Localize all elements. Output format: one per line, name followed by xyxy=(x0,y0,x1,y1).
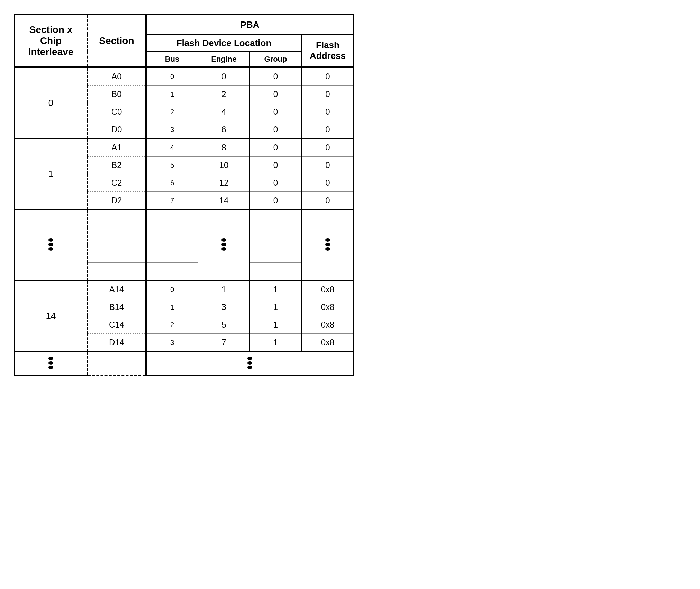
group-cell: 0 xyxy=(250,139,302,157)
group-cell: 0 xyxy=(250,157,302,174)
bus-cell: 3 xyxy=(146,121,198,139)
engine-cell: 5 xyxy=(198,316,250,334)
section-cell: A0 xyxy=(87,67,146,86)
bus-cell: 2 xyxy=(146,103,198,121)
group-cell: 1 xyxy=(250,298,302,316)
bus-cell: 7 xyxy=(146,192,198,210)
section-cell: B14 xyxy=(87,298,146,316)
ellipsis-icon xyxy=(146,351,354,376)
engine-cell: 3 xyxy=(198,298,250,316)
section-cell: D2 xyxy=(87,192,146,210)
addr-cell: 0 xyxy=(302,139,354,157)
group-cell: 0 xyxy=(250,192,302,210)
engine-cell: 7 xyxy=(198,334,250,352)
interleave-cell: 0 xyxy=(15,67,87,139)
addr-cell: 0x8 xyxy=(302,298,354,316)
group-cell: 0 xyxy=(250,67,302,86)
section-cell: B2 xyxy=(87,157,146,174)
engine-cell: 10 xyxy=(198,157,250,174)
bus-cell: 3 xyxy=(146,334,198,352)
group-cell: 0 xyxy=(250,86,302,103)
table-row: 14 A14 0 1 1 0x8 xyxy=(15,280,354,298)
section-cell: C14 xyxy=(87,316,146,334)
group-cell: 0 xyxy=(250,121,302,139)
bus-cell: 2 xyxy=(146,316,198,334)
section-cell: C0 xyxy=(87,103,146,121)
addr-cell: 0 xyxy=(302,157,354,174)
engine-cell: 6 xyxy=(198,121,250,139)
hdr-flash-device-location: Flash Device Location xyxy=(146,34,302,52)
engine-cell: 0 xyxy=(198,67,250,86)
ellipsis-icon xyxy=(15,351,87,376)
bus-cell: 6 xyxy=(146,174,198,192)
table-row: 1 A1 4 8 0 0 xyxy=(15,139,354,157)
engine-cell: 8 xyxy=(198,139,250,157)
hdr-flash-address: Flash Address xyxy=(302,34,354,67)
ellipsis-row xyxy=(15,351,354,376)
addr-cell: 0x8 xyxy=(302,334,354,352)
interleave-cell: 1 xyxy=(15,139,87,209)
hdr-group: Group xyxy=(250,52,302,67)
engine-cell: 2 xyxy=(198,86,250,103)
hdr-engine: Engine xyxy=(198,52,250,67)
hdr-bus: Bus xyxy=(146,52,198,67)
ellipsis-row xyxy=(15,209,354,227)
hdr-interleave: Section x Chip Interleave xyxy=(15,15,87,67)
addr-cell: 0x8 xyxy=(302,280,354,298)
ellipsis-icon xyxy=(15,209,87,280)
hdr-section: Section xyxy=(87,15,146,67)
group-cell: 1 xyxy=(250,280,302,298)
addr-cell: 0 xyxy=(302,67,354,86)
group-cell: 0 xyxy=(250,103,302,121)
bus-cell: 0 xyxy=(146,67,198,86)
bus-cell: 1 xyxy=(146,86,198,103)
group-cell: 1 xyxy=(250,334,302,352)
section-cell: A1 xyxy=(87,139,146,157)
ellipsis-icon xyxy=(302,209,354,280)
addr-cell: 0 xyxy=(302,192,354,210)
group-cell: 0 xyxy=(250,174,302,192)
section-cell: B0 xyxy=(87,86,146,103)
hdr-pba: PBA xyxy=(146,15,354,34)
section-cell: C2 xyxy=(87,174,146,192)
addr-cell: 0 xyxy=(302,103,354,121)
table-row: 0 A0 0 0 0 0 xyxy=(15,67,354,86)
section-cell: D0 xyxy=(87,121,146,139)
section-cell: D14 xyxy=(87,334,146,352)
pba-mapping-table: Section x Chip Interleave Section PBA Fl… xyxy=(14,14,354,376)
engine-cell: 14 xyxy=(198,192,250,210)
bus-cell: 5 xyxy=(146,157,198,174)
engine-cell: 12 xyxy=(198,174,250,192)
bus-cell: 1 xyxy=(146,298,198,316)
engine-cell: 1 xyxy=(198,280,250,298)
addr-cell: 0 xyxy=(302,174,354,192)
bus-cell: 4 xyxy=(146,139,198,157)
bus-cell: 0 xyxy=(146,280,198,298)
section-cell: A14 xyxy=(87,280,146,298)
addr-cell: 0 xyxy=(302,86,354,103)
engine-cell: 4 xyxy=(198,103,250,121)
addr-cell: 0 xyxy=(302,121,354,139)
ellipsis-icon xyxy=(198,209,250,280)
group-cell: 1 xyxy=(250,316,302,334)
interleave-cell: 14 xyxy=(15,280,87,351)
addr-cell: 0x8 xyxy=(302,316,354,334)
